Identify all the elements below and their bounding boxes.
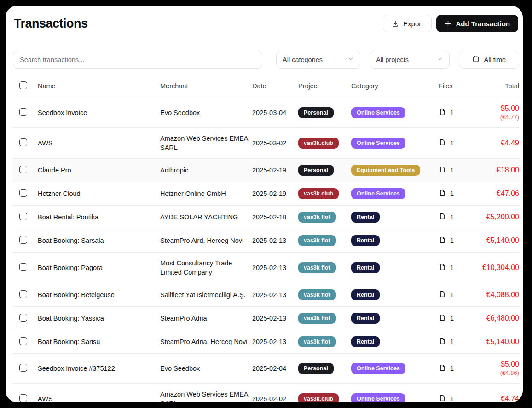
project-badge[interactable]: vas3k flot (298, 336, 336, 347)
transaction-total: $5.00(€4.86) (476, 354, 520, 384)
transaction-date: 2025-02-13 (252, 229, 298, 253)
transaction-total: €5,140.00 (476, 330, 520, 354)
transaction-total: €4.74 (476, 384, 520, 403)
project-badge[interactable]: Personal (298, 165, 334, 176)
project-badge[interactable]: Personal (298, 107, 334, 118)
transaction-merchant: Most Consultancy Trade Limited Company (160, 253, 252, 283)
projects-dropdown[interactable]: All projects (370, 51, 450, 69)
category-badge[interactable]: Rental (351, 212, 380, 223)
total-amount-converted: (€4.86) (476, 369, 519, 377)
search-input[interactable] (20, 56, 255, 63)
table-row: Claude ProAnthropic2025-02-19PersonalEqu… (13, 159, 520, 182)
total-amount: €6,480.00 (476, 314, 519, 323)
transaction-date: 2025-03-04 (252, 98, 298, 128)
project-badge[interactable]: vas3k flot (298, 313, 336, 324)
row-checkbox[interactable] (19, 108, 27, 116)
transaction-name: Boat Booking: Betelgeuse (38, 283, 160, 307)
row-checkbox[interactable] (19, 394, 27, 402)
transaction-category: Online Services (351, 384, 439, 403)
date-range-button[interactable]: All time (459, 51, 519, 69)
category-badge[interactable]: Online Services (351, 393, 405, 402)
category-badge[interactable]: Rental (351, 262, 380, 273)
row-checkbox[interactable] (19, 364, 27, 372)
export-button[interactable]: Export (383, 15, 432, 32)
transaction-name: Boat Booking: Pagora (38, 253, 160, 283)
project-badge[interactable]: vas3k flot (298, 289, 336, 300)
column-header-total: Total (476, 79, 520, 98)
row-checkbox[interactable] (19, 213, 27, 220)
transaction-project: vas3k.club (298, 384, 351, 403)
transaction-files: 1 (439, 206, 476, 229)
row-checkbox[interactable] (19, 189, 27, 197)
file-count: 1 (450, 315, 454, 322)
total-amount: €5,140.00 (476, 236, 519, 245)
category-badge[interactable]: Online Services (351, 363, 405, 374)
category-badge[interactable]: Equipment and Tools (351, 165, 420, 176)
transaction-merchant: Anthropic (160, 159, 252, 182)
project-badge[interactable]: vas3k.club (298, 138, 339, 149)
total-amount: €4.74 (476, 394, 519, 402)
row-checkbox[interactable] (19, 138, 27, 146)
table-header-row: Name Merchant Date Project Category File… (13, 79, 520, 98)
transaction-files: 1 (439, 98, 476, 128)
plus-icon (445, 20, 451, 27)
category-badge[interactable]: Rental (351, 289, 380, 300)
topbar: Transactions Export Add Transaction (13, 14, 519, 33)
total-amount: €47.06 (476, 189, 519, 198)
file-icon (439, 364, 446, 373)
transaction-category: Rental (351, 330, 439, 354)
file-icon (439, 213, 446, 222)
row-checkbox[interactable] (19, 337, 27, 345)
row-checkbox[interactable] (19, 314, 27, 322)
select-all-checkbox[interactable] (19, 81, 27, 89)
file-icon (439, 189, 446, 198)
transaction-project: Personal (298, 159, 351, 182)
project-badge[interactable]: vas3k flot (298, 212, 336, 223)
transaction-total: €4.49 (476, 128, 520, 159)
file-icon (439, 263, 446, 272)
transaction-merchant: Sailfleet Yat Isletmeciligi A.Ş. (160, 283, 252, 307)
category-badge[interactable]: Online Services (351, 188, 405, 199)
category-badge[interactable]: Online Services (351, 138, 405, 149)
project-badge[interactable]: vas3k flot (298, 235, 336, 246)
transaction-files: 1 (439, 159, 476, 182)
row-checkbox[interactable] (19, 290, 27, 298)
transaction-date: 2025-02-13 (252, 330, 298, 354)
row-checkbox[interactable] (19, 236, 27, 244)
transaction-date: 2025-03-02 (252, 128, 298, 159)
topbar-actions: Export Add Transaction (383, 15, 518, 32)
categories-dropdown[interactable]: All categories (276, 51, 360, 69)
file-count: 1 (450, 365, 454, 372)
category-badge[interactable]: Rental (351, 336, 380, 347)
transaction-project: vas3k.club (298, 128, 351, 159)
add-transaction-button[interactable]: Add Transaction (436, 15, 518, 32)
category-badge[interactable]: Online Services (351, 107, 405, 118)
transaction-project: Personal (298, 354, 351, 384)
row-checkbox[interactable] (19, 166, 27, 173)
search-box (13, 51, 262, 69)
project-badge[interactable]: vas3k.club (298, 188, 339, 199)
project-badge[interactable]: vas3k flot (298, 262, 336, 273)
row-checkbox[interactable] (19, 263, 27, 271)
category-badge[interactable]: Rental (351, 235, 380, 246)
category-badge[interactable]: Rental (351, 313, 380, 324)
date-range-label: All time (484, 56, 506, 63)
transaction-project: vas3k flot (298, 206, 351, 229)
transaction-merchant: SteamPro Aird, Herceg Novi (160, 229, 252, 253)
project-badge[interactable]: vas3k.club (298, 393, 339, 402)
transaction-category: Online Services (351, 354, 439, 384)
transaction-name: Hetzner Cloud (38, 182, 160, 206)
total-amount: €5,140.00 (476, 337, 519, 346)
table-row: Boat Booking: PagoraMost Consultancy Tra… (13, 253, 520, 283)
table-row: AWSAmazon Web Services EMEA SARL2025-03-… (13, 128, 520, 159)
transaction-merchant: Amazon Web Services EMEA SARL (160, 384, 252, 403)
project-badge[interactable]: Personal (298, 363, 334, 374)
table-row: Boat Rental: PontikaAYDE SOLAR YACHTING2… (13, 206, 520, 229)
transaction-project: vas3k flot (298, 307, 351, 330)
transaction-total: $5.00(€4.77) (476, 98, 520, 128)
total-amount: $5.00 (476, 104, 519, 113)
transaction-category: Rental (351, 253, 439, 283)
transaction-files: 1 (439, 283, 476, 307)
column-header-category: Category (351, 79, 439, 98)
file-count: 1 (450, 167, 454, 174)
